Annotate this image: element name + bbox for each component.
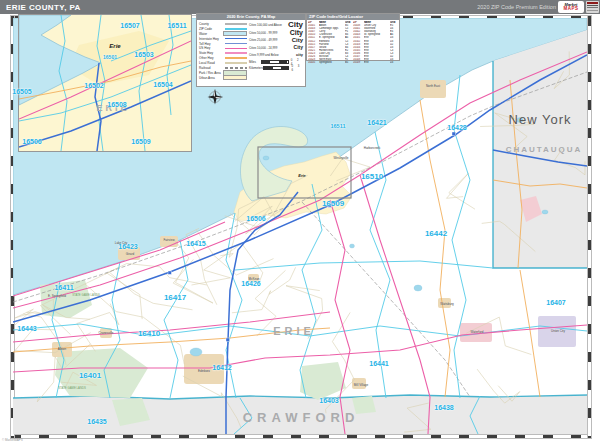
legend-swatch bbox=[225, 57, 247, 59]
legend-swatch bbox=[225, 28, 247, 30]
legend-item-label: Water bbox=[199, 32, 207, 36]
legend-item-label: Toll Hwy bbox=[199, 42, 211, 46]
legend-swatch bbox=[225, 52, 247, 54]
legend-item-label: State Hwy bbox=[199, 51, 213, 55]
zip-index-panel: ZIP Code Index/Grid Locator ZIPNameGrid1… bbox=[306, 13, 400, 61]
city-class-sample: City bbox=[288, 21, 303, 29]
city-class-label: Cities 9,999 and Below bbox=[249, 53, 279, 57]
retailer-badge bbox=[586, 1, 599, 13]
inset-canvas bbox=[19, 15, 191, 151]
legend-item-water: Water bbox=[199, 31, 247, 36]
legend-panel: 2020 Erie County, PA Map CountyZIP CodeW… bbox=[196, 13, 306, 87]
local-road bbox=[186, 228, 217, 304]
zip-code: 16435 bbox=[308, 61, 319, 64]
legend-swatch bbox=[225, 48, 247, 50]
legend-swatch bbox=[223, 31, 247, 36]
zip-index-right-column: ZIPNameGrid16438Union CityE516441Waterfo… bbox=[353, 21, 398, 64]
logo-text-bottom: MAPS bbox=[563, 7, 578, 12]
erie-city-inset-map bbox=[18, 14, 192, 152]
legend-swatch bbox=[225, 67, 247, 69]
legend-swatch bbox=[225, 38, 247, 40]
compass-rose bbox=[207, 89, 223, 105]
legend-item-label: Local Road bbox=[199, 61, 215, 65]
legend-item-label: ZIP Code bbox=[199, 27, 212, 31]
city-class-sample: city bbox=[296, 53, 303, 57]
page-title: ERIE COUNTY, PA bbox=[6, 3, 81, 12]
scale-bar-km bbox=[263, 66, 289, 70]
legend-swatch bbox=[223, 75, 247, 80]
legend-city-class-cities-25-000-49-999: Cities 25,000 - 49,999City bbox=[249, 37, 303, 45]
map-app: ERIE COUNTY, PA 2020 ZIP Code Premium Ed… bbox=[0, 0, 600, 445]
crawford-area bbox=[13, 395, 587, 434]
city-class-label: Cities 50,000 - 99,999 bbox=[249, 31, 277, 35]
city-class-label: Cities 10,000 - 24,999 bbox=[249, 46, 277, 50]
legend-item-label: Park / Rec Area bbox=[199, 71, 221, 75]
legend-item-label: Interstate Hwy bbox=[199, 37, 219, 41]
legend-city-classes: Cities 100,000 and AboveCityCities 50,00… bbox=[249, 22, 303, 60]
legend-city-class-cities-10-000-24-999: Cities 10,000 - 24,999City bbox=[249, 44, 303, 52]
city-class-label: Cities 100,000 and Above bbox=[249, 23, 282, 27]
legend-items: CountyZIP CodeWaterInterstate HwyToll Hw… bbox=[199, 22, 247, 81]
local-road bbox=[255, 270, 285, 336]
zip-grid: D3 bbox=[390, 61, 398, 64]
zip-index-row-16509: 16509ErieD3 bbox=[353, 61, 398, 64]
zip-index-row-16435: 16435SpringboroB5 bbox=[308, 61, 353, 64]
city-class-sample: City bbox=[294, 45, 303, 50]
zip-name: Erie bbox=[364, 61, 390, 64]
new-york-area bbox=[493, 30, 587, 268]
local-road bbox=[105, 273, 142, 319]
legend-item-label: US Hwy bbox=[199, 46, 210, 50]
zip-code: 16509 bbox=[353, 61, 364, 64]
city-class-sample: City bbox=[290, 29, 303, 36]
local-road bbox=[106, 264, 207, 286]
local-road bbox=[447, 173, 476, 209]
legend-city-class-cities-50-000-99-999: Cities 50,000 - 99,999City bbox=[249, 29, 303, 37]
legend-swatch bbox=[225, 43, 247, 45]
zip-grid: B5 bbox=[345, 61, 353, 64]
legend-item-label: Other Hwy bbox=[199, 56, 214, 60]
legend-swatch bbox=[225, 23, 247, 25]
legend-city-class-cities-100-000-and-above: Cities 100,000 and AboveCity bbox=[249, 22, 303, 30]
scale-ticks-km: 0 3 6 bbox=[291, 64, 303, 72]
local-road bbox=[173, 240, 213, 303]
legend-item-urban-area: Urban Area bbox=[199, 75, 247, 80]
grid-ruler-right bbox=[587, 15, 592, 439]
title-bar: ERIE COUNTY, PA 2020 ZIP Code Premium Ed… bbox=[0, 0, 600, 14]
zip-name: Springboro bbox=[319, 61, 345, 64]
city-class-label: Cities 25,000 - 49,999 bbox=[249, 38, 277, 42]
scale-bar-miles bbox=[261, 60, 289, 64]
zip-index-left-column: ZIPNameGrid16401AlbionB516403Cambridge S… bbox=[308, 21, 353, 64]
legend-item-label: County bbox=[199, 22, 209, 26]
grid-ruler-bottom bbox=[10, 434, 592, 439]
legend-swatch bbox=[225, 62, 247, 64]
legend-item-label: Railroad bbox=[199, 66, 211, 70]
legend-item-label: Urban Area bbox=[199, 76, 215, 80]
local-road bbox=[232, 267, 296, 313]
edition-label: 2020 ZIP Code Premium Edition bbox=[477, 4, 556, 10]
marketmaps-logo: Market MAPS bbox=[558, 1, 584, 13]
credit-text: © MarketMAPS bbox=[2, 438, 23, 442]
city-class-sample: City bbox=[292, 37, 303, 43]
scale-km: Kilometers 0 3 6 bbox=[249, 65, 303, 71]
